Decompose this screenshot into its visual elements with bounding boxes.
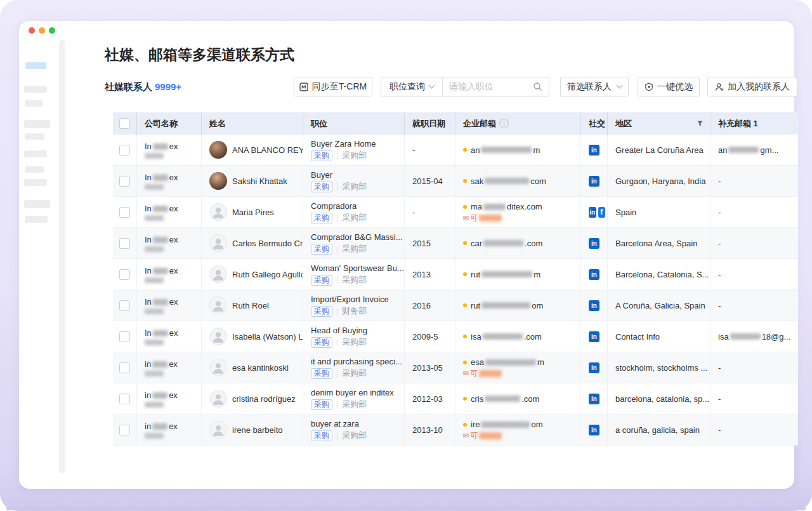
contact-row[interactable]: InexANA BLANCO REYBuyer Zara Home采购|采购部-…	[113, 135, 798, 166]
company-name: Inex	[145, 297, 178, 307]
row-checkbox[interactable]	[119, 207, 130, 218]
tcrm-logo-icon	[299, 83, 308, 91]
contact-row[interactable]: InexIsabella (Watson) L...Head of Buying…	[113, 321, 798, 352]
row-checkbox-cell	[113, 259, 137, 289]
envelope-icon: ✉	[463, 369, 469, 378]
avatar	[209, 359, 227, 376]
row-checkbox[interactable]	[119, 269, 130, 280]
company-name: Inex	[145, 328, 178, 338]
contact-row[interactable]: InexSakshi KhattakBuyer采购|采购部2015-04sakc…	[113, 166, 798, 197]
row-checkbox[interactable]	[119, 394, 130, 404]
company-cell: inex	[137, 383, 202, 414]
linkedin-icon[interactable]: in	[589, 362, 599, 373]
row-checkbox[interactable]	[119, 331, 130, 342]
company-cell: Inex	[137, 166, 202, 196]
hire-date-cell: 2015-04	[405, 166, 455, 196]
linkedin-icon[interactable]: in	[589, 176, 599, 187]
contact-row[interactable]: InexCarlos Bermudo Cr...Comprador B&G Ma…	[113, 228, 798, 259]
region-cell: Barcelona Area, Spain	[608, 228, 710, 258]
redacted-company-alt	[145, 402, 164, 408]
row-checkbox-cell	[113, 352, 137, 383]
linkedin-icon[interactable]: in	[589, 331, 599, 342]
contact-row[interactable]: InexRuth RoelImport/Export Invoice采购|财务部…	[113, 290, 798, 321]
contact-row[interactable]: InexMaria PiresCompradora采购|采购部-maditex.…	[113, 197, 798, 228]
email-cell: isa.com	[455, 321, 581, 352]
email-status-dot	[463, 397, 467, 401]
row-checkbox[interactable]	[119, 176, 130, 187]
row-checkbox[interactable]	[119, 300, 130, 311]
contact-row[interactable]: inexirene barbeitobuyer at zara采购|采购部201…	[113, 415, 798, 446]
linkedin-icon[interactable]: in	[589, 425, 599, 435]
position-query-dropdown[interactable]: 职位查询	[381, 77, 443, 96]
extra-email-cell: -	[710, 352, 798, 383]
avatar	[209, 265, 227, 283]
position-title: Buyer Zara Home	[311, 139, 376, 149]
one-click-select-label: 一键优选	[657, 81, 693, 93]
role-tag: 采购	[311, 213, 332, 223]
social-cell: in	[581, 259, 608, 289]
name-cell: esa kantinkoski	[202, 352, 303, 383]
row-checkbox-cell	[113, 197, 137, 227]
row-checkbox[interactable]	[119, 362, 130, 373]
minimize-window-button[interactable]	[39, 27, 45, 34]
redacted-company-alt	[145, 309, 164, 314]
linkedin-icon[interactable]: in	[589, 145, 599, 156]
linkedin-icon[interactable]: in	[589, 394, 599, 404]
linkedin-icon[interactable]: in	[589, 300, 599, 311]
contact-row[interactable]: inexcristina rodríguezdenim buyer en ind…	[113, 383, 798, 415]
social-cell: in	[581, 135, 608, 165]
social-cell: in	[581, 383, 608, 414]
app-frame: 社媒、邮箱等多渠道联系方式 社媒联系人9999+ 同步至T-CRM 职位查询	[0, 0, 812, 511]
email-cell: anm	[455, 135, 581, 165]
tag-divider: |	[336, 306, 338, 316]
role-tag: 采购	[311, 306, 332, 317]
hire-date-cell: 2013-05	[405, 352, 455, 383]
row-checkbox[interactable]	[119, 425, 130, 435]
hire-date-cell: -	[405, 135, 455, 165]
position-title: Woman' Sportswear Bu...	[311, 263, 404, 273]
redacted-text	[481, 147, 532, 153]
contact-name: ANA BLANCO REY	[232, 145, 303, 155]
close-window-button[interactable]	[29, 27, 35, 34]
position-cell: buyer at zara采购|采购部	[303, 415, 405, 445]
linkedin-icon[interactable]: in	[589, 269, 599, 280]
one-click-select-button[interactable]: 一键优选	[638, 77, 700, 96]
search-icon[interactable]	[533, 82, 542, 91]
header-company-email-label: 企业邮箱	[463, 118, 496, 129]
maximize-window-button[interactable]	[49, 27, 55, 34]
row-checkbox[interactable]	[119, 238, 130, 249]
linkedin-icon[interactable]: in	[589, 207, 596, 218]
sidebar-skeleton-bar	[25, 133, 44, 140]
sidebar-active-item[interactable]	[25, 62, 46, 69]
sidebar-skeleton-bar	[24, 200, 50, 208]
contact-row[interactable]: inexesa kantinkoskiit and purchasing spe…	[113, 352, 798, 383]
role-tag: 采购	[311, 399, 332, 410]
browser-window: 社媒、邮箱等多渠道联系方式 社媒联系人9999+ 同步至T-CRM 职位查询	[19, 21, 794, 489]
hire-date-cell: 2016	[405, 290, 455, 321]
extra-email-cell: -	[710, 290, 798, 321]
info-icon[interactable]: i	[499, 119, 509, 128]
header-extra-email: 补充邮箱 1	[710, 112, 798, 135]
list-label: 社媒联系人9999+	[105, 81, 181, 93]
select-all-checkbox[interactable]	[119, 118, 130, 129]
sidebar-skeleton-bar	[24, 179, 47, 186]
email-cell: rutm	[455, 259, 581, 289]
linkedin-icon[interactable]: in	[589, 238, 599, 249]
facebook-icon[interactable]: f	[598, 207, 606, 218]
position-cell: Import/Export Invoice采购|财务部	[303, 290, 405, 321]
add-to-my-contacts-button[interactable]: 加入我的联系人	[707, 77, 797, 96]
position-title: Buyer	[311, 170, 332, 180]
filter-contacts-dropdown[interactable]: 筛选联系人	[560, 77, 629, 96]
extra-email-cell: -	[710, 383, 798, 414]
contact-row[interactable]: InexRuth Gallego AgullóWoman' Sportswear…	[113, 259, 798, 290]
sidebar-skeleton-bar	[25, 166, 44, 173]
row-checkbox[interactable]	[119, 145, 130, 156]
filter-funnel-icon[interactable]	[697, 120, 704, 127]
position-cell: Buyer Zara Home采购|采购部	[303, 135, 405, 165]
company-name: inex	[145, 421, 178, 431]
redacted-text	[728, 147, 759, 153]
sync-to-tcrm-button[interactable]: 同步至T-CRM	[294, 77, 372, 96]
extra-email-cell: -	[710, 197, 798, 227]
department-label: 采购部	[342, 213, 367, 223]
position-search-input[interactable]: 请输入职位	[443, 77, 549, 96]
